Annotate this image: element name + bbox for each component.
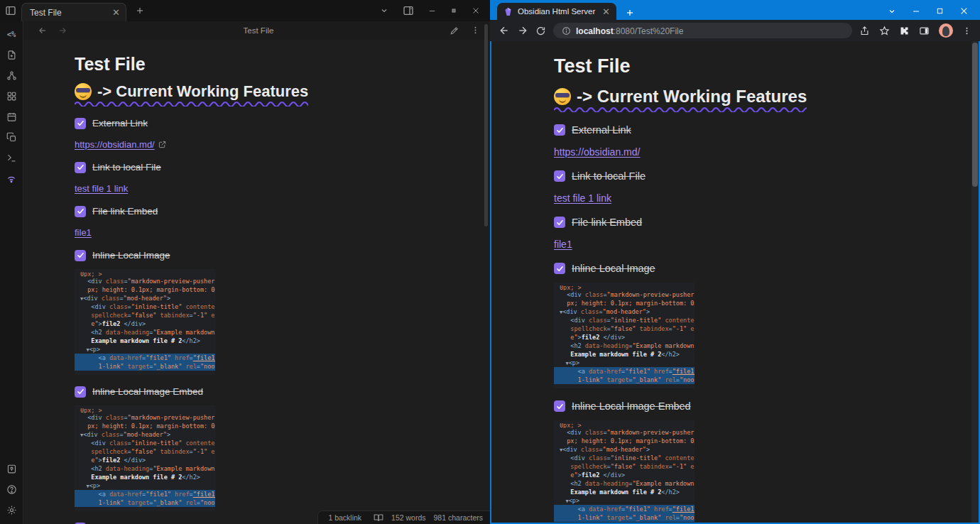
- obsidian-tab[interactable]: Test File ✕: [21, 3, 126, 21]
- view-header: Test File: [23, 21, 490, 40]
- sunglasses-emoji: [75, 83, 92, 100]
- note-content: Test File-> Current Working FeaturesExte…: [491, 41, 979, 523]
- embedded-devtools-screenshot: 0px; > <div class="markdown-preview-push…: [75, 405, 215, 511]
- code-line: <a data-href="file1" href="file1": [75, 490, 215, 498]
- maximize-icon[interactable]: [450, 7, 457, 14]
- code-line: e">file2 </div>: [80, 456, 215, 464]
- split-layout-icon[interactable]: [403, 5, 414, 16]
- code-line: ▼<div class="mod-header">: [80, 430, 215, 439]
- task-checkbox[interactable]: [554, 124, 565, 136]
- code-line: <div class="markdown-preview-pusher": [80, 413, 215, 422]
- bookmark-star-icon[interactable]: [879, 26, 890, 36]
- note-link[interactable]: file1: [75, 227, 92, 238]
- daily-note-icon[interactable]: [4, 109, 18, 124]
- terminal-icon[interactable]: [4, 151, 18, 165]
- extensions-puzzle-icon[interactable]: [899, 26, 910, 36]
- url-path: :8080/Test%20File: [614, 26, 684, 36]
- code-line: px; height: 0.1px; margin-bottom: 0px: [80, 285, 215, 294]
- maximize-icon[interactable]: [936, 7, 944, 15]
- scrollbar-thumb[interactable]: [484, 24, 488, 226]
- settings-gear-icon[interactable]: [4, 503, 18, 517]
- create-note-icon[interactable]: [4, 48, 18, 62]
- forward-icon[interactable]: [517, 25, 528, 36]
- code-line: <h2 data-heading="Example markdown: [80, 328, 215, 337]
- share-icon[interactable]: [859, 26, 870, 36]
- tab-close-icon[interactable]: ✕: [602, 7, 610, 16]
- task-checkbox[interactable]: [554, 170, 565, 182]
- code-line: e">file2 </div>: [80, 320, 215, 328]
- note-link[interactable]: https://obsidian.md/: [554, 146, 640, 158]
- task-checkbox[interactable]: [75, 386, 86, 398]
- code-line: 0px; >: [560, 285, 695, 290]
- word-count: 152 words: [391, 513, 425, 522]
- canvas-icon[interactable]: [4, 89, 18, 103]
- backlinks-count[interactable]: 1 backlink: [328, 513, 361, 522]
- close-icon[interactable]: [472, 6, 480, 15]
- task-label: External Link: [572, 124, 631, 136]
- minimize-icon[interactable]: [428, 7, 436, 15]
- task-checkbox[interactable]: [75, 206, 86, 217]
- task-checkbox[interactable]: [554, 400, 565, 412]
- vault-switcher-icon[interactable]: [4, 462, 18, 476]
- task-checkbox[interactable]: [75, 250, 86, 261]
- note-link[interactable]: test file 1 link: [554, 192, 611, 204]
- browser-tab[interactable]: Obsidian Html Server ✕: [497, 3, 616, 20]
- task-checkbox[interactable]: [554, 217, 565, 228]
- task-item: Inline Local Image: [554, 261, 957, 275]
- minimize-icon[interactable]: [912, 7, 920, 16]
- task-checkbox[interactable]: [75, 162, 86, 173]
- code-line: ▼<div class="mod-header">: [560, 307, 695, 316]
- obsidian-window: Test File ✕ <%: [0, 0, 490, 524]
- menu-kebab-icon[interactable]: [962, 26, 971, 36]
- tab-dropdown-icon[interactable]: [380, 6, 388, 15]
- profile-avatar[interactable]: [939, 23, 953, 38]
- browser-titlebar: Obsidian Html Server ✕: [490, 0, 980, 20]
- side-panel-icon[interactable]: [919, 26, 930, 36]
- scrollbar-thumb[interactable]: [972, 43, 978, 187]
- link-row: file1: [75, 226, 476, 239]
- close-icon[interactable]: [959, 6, 969, 16]
- code-line: <div class="markdown-preview-pusher": [560, 290, 695, 299]
- obsidian-ribbon: <%: [0, 21, 23, 524]
- view-header-title: Test File: [67, 26, 450, 35]
- new-tab-icon[interactable]: [625, 8, 635, 18]
- window-chevron-icon[interactable]: [888, 7, 896, 16]
- note-link[interactable]: test file 1 link: [75, 183, 128, 194]
- url-host: localhost: [576, 26, 614, 36]
- task-item: Inline Local Image: [75, 249, 476, 262]
- code-line: px; height: 0.1px; margin-bottom: 0px: [80, 422, 215, 430]
- tab-close-icon[interactable]: ✕: [112, 8, 120, 17]
- back-icon[interactable]: [38, 26, 48, 36]
- url-bar[interactable]: localhost:8080/Test%20File: [553, 23, 852, 38]
- obsidian-tab-title: Test File: [30, 8, 112, 18]
- code-line: Example markdown file # 2</h2>: [80, 337, 215, 345]
- site-info-icon[interactable]: [562, 26, 571, 36]
- task-checkbox[interactable]: [554, 263, 565, 274]
- note-link[interactable]: file1: [554, 239, 572, 250]
- help-icon[interactable]: [4, 482, 18, 496]
- task-checkbox[interactable]: [75, 118, 86, 129]
- task-label: File link Embed: [92, 206, 158, 217]
- task-item: Link to local File: [75, 160, 476, 174]
- reload-icon[interactable]: [535, 26, 546, 36]
- link-row: test file 1 link: [554, 192, 957, 204]
- code-line: ▼<div class="mod-header">: [80, 294, 215, 302]
- embedded-devtools-screenshot: 0px; > <div class="markdown-preview-push…: [554, 420, 695, 523]
- scrollbar-track[interactable]: [971, 41, 979, 523]
- note-title: Test File: [554, 55, 957, 77]
- templater-icon[interactable]: <%: [4, 27, 18, 41]
- html-server-icon[interactable]: [4, 171, 18, 185]
- note-link[interactable]: https://obsidian.md/: [75, 139, 155, 150]
- sidebar-toggle-icon[interactable]: [0, 5, 21, 16]
- more-options-icon[interactable]: [471, 26, 480, 36]
- back-icon[interactable]: [499, 25, 510, 36]
- copy-icon[interactable]: [4, 130, 18, 144]
- code-line: px; height: 0.1px; margin-bottom: 0px: [560, 437, 695, 445]
- link-row: https://obsidian.md/: [554, 146, 957, 158]
- graph-view-icon[interactable]: [4, 68, 18, 82]
- new-tab-icon[interactable]: [135, 6, 145, 16]
- link-row: https://obsidian.md/: [75, 138, 476, 151]
- code-line: ▼<p>: [560, 359, 695, 367]
- edit-mode-icon[interactable]: [450, 26, 459, 36]
- forward-icon[interactable]: [58, 26, 67, 36]
